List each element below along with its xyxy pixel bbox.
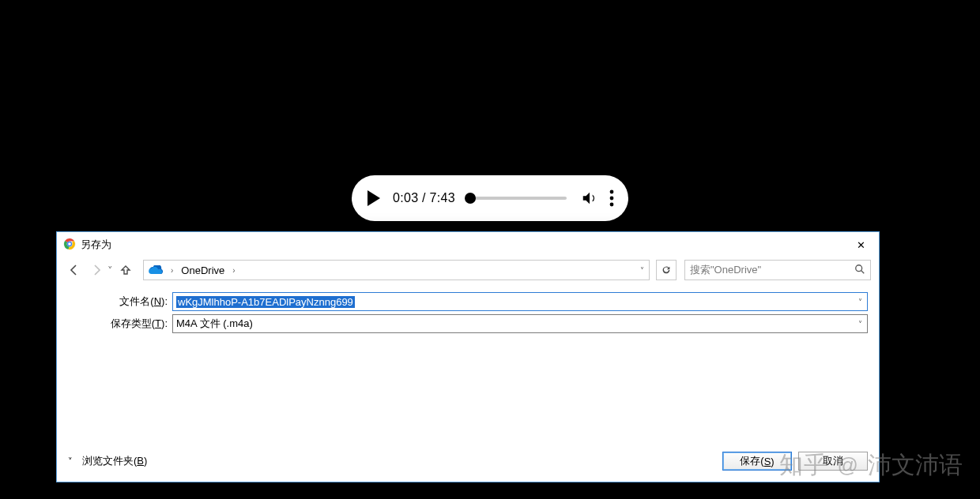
time-display: 0:03 / 7:43 <box>393 191 455 205</box>
svg-point-7 <box>856 265 862 271</box>
filename-row: 文件名(N): wKgJMlhhoP-A1b7EADlPayNznng699 ˅ <box>68 292 868 311</box>
dialog-title: 另存为 <box>81 238 111 252</box>
back-button[interactable] <box>65 261 84 280</box>
svg-point-2 <box>610 197 614 201</box>
seek-slider[interactable] <box>469 197 567 200</box>
chevron-down-icon[interactable]: ˅ <box>858 320 862 328</box>
recent-locations-caret[interactable]: ˅ <box>107 265 113 276</box>
save-as-dialog: 另存为 ✕ ˅ › OneDrive › ˅ <box>56 231 880 482</box>
chevron-down-icon[interactable]: ˅ <box>858 298 862 306</box>
svg-marker-0 <box>368 190 380 206</box>
breadcrumb-chevron-icon[interactable]: › <box>168 266 176 275</box>
breadcrumb-location[interactable]: OneDrive <box>181 265 224 276</box>
watermark-user: 沛文沛语 <box>868 449 963 482</box>
filetype-value: M4A 文件 (.m4a) <box>176 317 253 331</box>
volume-icon[interactable] <box>581 189 598 207</box>
address-bar[interactable]: › OneDrive › ˅ <box>143 260 650 280</box>
save-button[interactable]: 保存(S) <box>722 452 792 471</box>
breadcrumb-chevron-icon[interactable]: › <box>229 266 238 275</box>
filename-value: wKgJMlhhoP-A1b7EADlPayNznng699 <box>176 296 355 308</box>
forward-button[interactable] <box>87 261 106 280</box>
browse-folders-caret[interactable]: ˅ <box>68 456 73 467</box>
svg-line-8 <box>861 270 865 273</box>
audio-player: 0:03 / 7:43 <box>352 175 628 221</box>
svg-point-6 <box>68 242 71 246</box>
svg-point-3 <box>610 203 614 207</box>
form-area: 文件名(N): wKgJMlhhoP-A1b7EADlPayNznng699 ˅… <box>57 283 879 333</box>
close-icon: ✕ <box>857 239 865 251</box>
filetype-row: 保存类型(T): M4A 文件 (.m4a) ˅ <box>68 314 868 333</box>
svg-point-1 <box>610 190 614 194</box>
browse-folders-toggle[interactable]: 浏览文件夹(B) <box>82 454 147 468</box>
cancel-button[interactable]: 取消 <box>798 452 868 471</box>
filetype-combo[interactable]: M4A 文件 (.m4a) ˅ <box>172 314 868 333</box>
seek-slider-thumb[interactable] <box>465 193 476 204</box>
up-button[interactable] <box>116 261 135 280</box>
search-box[interactable]: 搜索"OneDrive" <box>684 260 871 280</box>
titlebar[interactable]: 另存为 ✕ <box>57 232 879 257</box>
close-button[interactable]: ✕ <box>842 233 879 257</box>
filetype-label: 保存类型(T): <box>68 317 168 331</box>
bottom-row: ˅ 浏览文件夹(B) 保存(S) 取消 <box>57 444 879 482</box>
play-icon[interactable] <box>366 189 382 207</box>
refresh-button[interactable] <box>656 260 677 280</box>
nav-row: ˅ › OneDrive › ˅ 搜索"OneDrive" <box>57 257 879 283</box>
onedrive-icon <box>149 265 163 275</box>
chrome-icon <box>63 238 76 253</box>
filename-input[interactable]: wKgJMlhhoP-A1b7EADlPayNznng699 ˅ <box>172 292 868 311</box>
filename-label: 文件名(N): <box>68 295 168 309</box>
address-dropdown-caret[interactable]: ˅ <box>640 266 644 275</box>
search-placeholder: 搜索"OneDrive" <box>690 263 854 277</box>
search-icon[interactable] <box>854 264 865 277</box>
more-icon[interactable] <box>609 189 614 207</box>
